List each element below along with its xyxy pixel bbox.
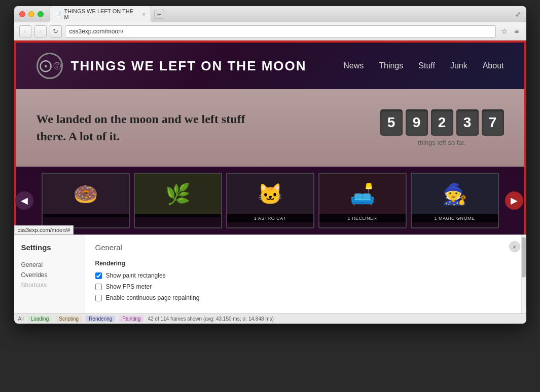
devtools-panel: Settings General Overrides Shortcuts Gen… [14,234,526,313]
gallery-item-img-4: 🧙 [412,174,498,214]
traffic-lights [19,11,44,17]
checkbox-fps-label: Show FPS meter [106,283,152,290]
svg-point-1 [55,64,56,65]
gallery-item-img-0: 🍩 [43,174,129,214]
hero-text: We landed on the moon and we left stuff … [37,111,249,145]
checkbox-row-2: Enable continuous page repainting [95,294,511,301]
back-button[interactable]: ‹ [19,25,31,37]
navbar: ‹ › ↻ ☆ ≡ [14,22,526,41]
status-scripting: Scripting [56,316,82,322]
site-logo-area: THINGS WE LEFT ON THE MOON [37,53,307,79]
gallery-item-0[interactable]: 🍩 [42,173,130,228]
browser-tab[interactable]: 📄 THINGS WE LEFT ON THE M × [50,6,151,22]
close-button[interactable] [19,11,25,17]
window-outer: 📄 THINGS WE LEFT ON THE M × + ⤢ ‹ › ↻ ☆ … [14,6,526,324]
devtools-scrollbar-thumb[interactable] [522,237,526,278]
status-loading: Loading [28,316,52,322]
refresh-button[interactable]: ↻ [50,25,62,37]
devtools-main-title: General [95,243,511,252]
svg-point-2 [57,63,58,64]
titlebar: 📄 THINGS WE LEFT ON THE M × + ⤢ [14,6,526,22]
bookmark-icon[interactable]: ☆ [499,27,510,36]
gallery-item-2[interactable]: 🐱 1 ASTRO CAT [226,173,314,228]
digit-3: 2 [431,109,453,136]
nav-about[interactable]: About [483,61,504,70]
devtools-section-title: Rendering [95,260,511,267]
digit-2: 9 [406,109,428,136]
moon-logo [37,53,63,79]
status-all: All [18,316,24,322]
counter-digits: 5 9 2 3 7 [380,109,504,136]
gallery-item-img-3: 🛋️ [319,174,406,214]
maximize-icon: ⤢ [515,10,521,18]
digit-5: 7 [482,109,504,136]
gallery-item-label-3: 1 RECLINER [319,214,406,222]
checkbox-fps[interactable] [95,284,102,290]
gallery-item-label-0 [43,214,129,217]
tab-area: 📄 THINGS WE LEFT ON THE M × + ⤢ [50,6,521,22]
forward-button[interactable]: › [34,25,47,37]
devtools-title: Settings [21,243,78,252]
checkbox-row-1: Show FPS meter [95,283,511,290]
menu-icon[interactable]: ≡ [513,27,521,35]
checkbox-paint-rects-label: Show paint rectangles [106,272,166,279]
status-painting: Painting [119,316,143,322]
gallery-prev-button[interactable]: ◀ [15,191,33,210]
tab-close-icon[interactable]: × [142,12,146,17]
tab-title: THINGS WE LEFT ON THE M [64,8,137,20]
hero-section: We landed on the moon and we left stuff … [14,89,526,167]
gallery-items: 🍩 🌿 🐱 1 ASTRO CAT 🛋️ 1 RECLINER 🧙 [42,173,499,228]
gallery-section: ◀ 🍩 🌿 🐱 1 ASTRO CAT 🛋️ 1 RECLINER [14,167,526,234]
checkbox-continuous-label: Enable continuous page repainting [106,294,200,301]
status-frames: 42 of 114 frames shown (avg: 43.150 ms; … [148,316,274,322]
browser-content: THINGS WE LEFT ON THE MOON News Things S… [14,41,526,234]
url-tooltip: css3exp.com/moon/# [14,225,74,234]
moon-logo-svg [53,55,61,76]
checkbox-row-0: Show paint rectangles [95,272,511,279]
new-tab-button[interactable]: + [154,10,164,19]
nav-junk[interactable]: Junk [450,61,467,70]
svg-point-0 [54,62,61,69]
gallery-item-1[interactable]: 🌿 [134,173,222,228]
minimize-button[interactable] [28,11,34,17]
devtools-scrollbar[interactable] [521,235,526,313]
url-input[interactable] [65,25,496,37]
devtools-close-button[interactable]: × [509,241,520,252]
devtools-sidebar-overrides[interactable]: Overrides [21,270,78,280]
counter-area: 5 9 2 3 7 things left so far. [380,109,504,146]
maximize-button[interactable] [38,11,44,17]
gallery-item-label-4: 1 MAGIC GNOME [412,214,498,222]
status-rendering: Rendering [86,316,115,322]
gallery-item-3[interactable]: 🛋️ 1 RECLINER [318,173,407,228]
status-bar: All Loading Scripting Rendering Painting… [14,313,526,324]
devtools-sidebar: Settings General Overrides Shortcuts [14,235,85,313]
counter-label: things left so far. [380,139,504,146]
gallery-item-4[interactable]: 🧙 1 MAGIC GNOME [411,173,499,228]
gallery-item-label-2: 1 ASTRO CAT [227,214,313,222]
nav-things[interactable]: Things [379,61,403,70]
devtools-sidebar-general[interactable]: General [21,260,78,270]
checkbox-paint-rects[interactable] [95,272,102,279]
devtools-sidebar-shortcuts[interactable]: Shortcuts [21,280,78,290]
gallery-item-label-1 [135,214,221,217]
nav-stuff[interactable]: Stuff [418,61,435,70]
digit-4: 3 [456,109,479,136]
gallery-next-button[interactable]: ▶ [505,191,523,210]
site-nav: News Things Stuff Junk About [343,61,503,70]
site-header: THINGS WE LEFT ON THE MOON News Things S… [14,41,526,89]
gallery-item-img-2: 🐱 [227,174,313,214]
checkbox-continuous[interactable] [95,295,102,301]
devtools-main: General Rendering Show paint rectangles … [85,235,521,313]
gallery-item-img-1: 🌿 [135,174,221,214]
svg-point-3 [55,66,57,68]
digit-1: 5 [380,109,403,136]
site-title: THINGS WE LEFT ON THE MOON [71,58,307,74]
tab-favicon: 📄 [55,12,61,17]
nav-news[interactable]: News [343,61,364,70]
